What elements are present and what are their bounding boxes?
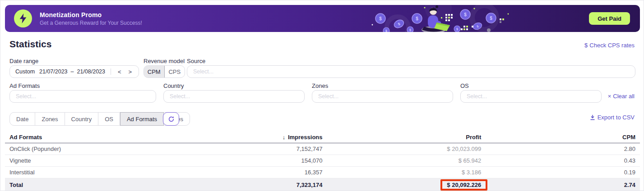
svg-text:$: $: [464, 12, 467, 17]
check-cps-rates-link[interactable]: $Check CPS rates: [584, 42, 635, 49]
source-input[interactable]: [187, 68, 635, 75]
cell-impressions: 7,152,747: [164, 146, 323, 152]
chevron-right-icon[interactable]: >: [127, 69, 133, 75]
svg-text:$: $: [409, 28, 411, 32]
col-header-profit[interactable]: Profit: [323, 134, 482, 141]
banner-title: Monetization Promo: [40, 11, 142, 18]
cell-format: Vignette: [5, 157, 164, 164]
tab-date[interactable]: Date: [10, 113, 35, 125]
cell-profit: $ 3.186: [323, 169, 482, 176]
cell-total-label: Total: [5, 182, 164, 188]
revenue-model-cpm[interactable]: CPM: [144, 65, 165, 78]
country-select[interactable]: [163, 90, 305, 103]
col-header-cpm[interactable]: CPM: [481, 134, 640, 141]
promo-banner: Monetization Promo Get a Generous Reward…: [5, 5, 640, 32]
col-header-impressions[interactable]: ↓ Impressions: [164, 134, 323, 141]
cell-total-impressions: 7,323,174: [164, 182, 323, 188]
os-select[interactable]: [460, 90, 602, 103]
col-header-ad-formats[interactable]: Ad Formats: [5, 134, 164, 141]
export-label: Export to CSV: [598, 114, 635, 121]
cell-cpm: 0.19: [481, 169, 640, 176]
tab-os[interactable]: OS: [98, 113, 120, 125]
divider: [111, 68, 111, 75]
dollar-icon: $: [584, 42, 588, 49]
table-row-vignette: Vignette 154,070 $ 65.942 0.43: [5, 155, 640, 167]
page-title: Statistics: [9, 39, 51, 50]
sort-desc-icon: ↓: [283, 134, 286, 141]
stats-table: Ad Formats ↓ Impressions Profit CPM OnCl…: [5, 131, 640, 191]
table-row-onclick: OnClick (Popunder) 7,152,747 $ 20,023.09…: [5, 143, 640, 155]
ad-formats-select[interactable]: [9, 90, 156, 103]
cell-total-cpm: 2.74: [481, 182, 640, 188]
refresh-button[interactable]: [163, 112, 179, 126]
revenue-model-label: Revenue model: [144, 58, 185, 64]
svg-text:$: $: [416, 16, 418, 21]
cell-impressions: 16,357: [164, 169, 323, 176]
banner-subtitle: Get a Generous Reward for Your Success!: [40, 20, 142, 26]
country-label: Country: [163, 82, 184, 89]
get-paid-button[interactable]: Get Paid: [589, 12, 630, 25]
cps-link-label: Check CPS rates: [589, 42, 635, 49]
cell-impressions: 154,070: [164, 157, 323, 164]
source-label: Source: [187, 58, 205, 64]
zones-label: Zones: [312, 82, 328, 89]
os-input[interactable]: [461, 93, 601, 100]
revenue-model-toggle: CPM CPS: [144, 65, 185, 78]
zones-input[interactable]: [312, 93, 453, 100]
ad-formats-label: Ad Formats: [9, 82, 40, 89]
banner-illustration: $ $ $ $ $ $ $ $ $: [371, 5, 524, 32]
date-preset[interactable]: Custom: [15, 68, 35, 75]
export-to-csv-link[interactable]: Export to CSV: [590, 114, 635, 121]
table-row-interstitial: Interstitial 16,357 $ 3.186 0.19: [5, 167, 640, 178]
close-icon: ×: [608, 93, 612, 100]
cell-profit: $ 65.942: [323, 157, 482, 164]
source-select[interactable]: [187, 65, 635, 78]
cell-format: Interstitial: [5, 169, 164, 176]
svg-text:$: $: [385, 29, 387, 32]
svg-text:$: $: [456, 27, 458, 31]
tab-zones[interactable]: Zones: [35, 113, 65, 125]
cell-cpm: 2.80: [481, 146, 640, 152]
pixel-grid-icon: [461, 26, 473, 30]
highlight-box: $ 20,092.226: [440, 179, 487, 191]
svg-text:$: $: [379, 16, 382, 21]
ad-formats-input[interactable]: [10, 93, 156, 100]
date-range-label: Date range: [9, 58, 38, 64]
svg-text:$: $: [490, 16, 492, 21]
cell-format: OnClick (Popunder): [5, 146, 164, 152]
lightning-icon: [14, 9, 32, 27]
cell-total-profit: $ 20,092.226: [323, 179, 482, 191]
refresh-icon: [168, 116, 175, 123]
pixel-pair-icon: [500, 18, 504, 23]
table-header-row: Ad Formats ↓ Impressions Profit CPM: [5, 131, 640, 143]
zones-select[interactable]: [312, 90, 453, 103]
cell-profit: $ 20,023.099: [323, 146, 482, 152]
tab-ad-formats[interactable]: Ad Formats: [120, 112, 164, 126]
clear-all-button[interactable]: ×Clear all: [608, 93, 635, 100]
tab-country[interactable]: Country: [65, 113, 99, 125]
date-range-picker[interactable]: Custom 21/07/2023 – 21/08/2023 < >: [9, 65, 139, 78]
date-range-value[interactable]: 21/07/2023 – 21/08/2023: [39, 68, 105, 75]
table-total-row: Total 7,323,174 $ 20,092.226 2.74: [5, 178, 640, 191]
clear-all-label: Clear all: [613, 93, 635, 100]
country-input[interactable]: [164, 93, 304, 100]
chevron-left-icon[interactable]: <: [116, 69, 123, 75]
download-icon: [590, 114, 595, 120]
os-label: OS: [460, 82, 469, 89]
revenue-model-cps[interactable]: CPS: [165, 66, 185, 77]
cell-cpm: 0.43: [481, 157, 640, 164]
